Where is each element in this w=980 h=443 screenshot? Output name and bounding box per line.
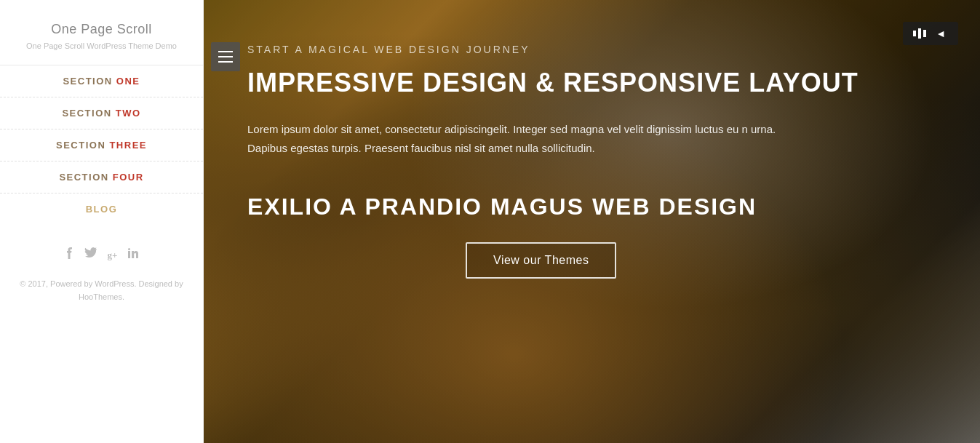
- sidebar-subtitle: One Page Scroll WordPress Theme Demo: [12, 41, 191, 50]
- linkedin-icon[interactable]: [127, 247, 139, 263]
- social-icons: g+: [64, 247, 140, 263]
- googleplus-icon[interactable]: g+: [108, 250, 118, 261]
- sidebar-item-section-three[interactable]: SECTION THREE: [0, 129, 203, 161]
- progress-bar-1: [913, 31, 916, 36]
- sidebar-item-section-four[interactable]: SECTION FOUR: [0, 161, 203, 193]
- sidebar-item-section-two[interactable]: SECTION TWO: [0, 97, 203, 129]
- progress-bar-2: [918, 28, 921, 39]
- media-progress: [913, 28, 926, 39]
- twitter-icon[interactable]: [84, 247, 97, 263]
- svg-rect-0: [128, 251, 130, 258]
- main-content: ◄ START A MAGICAL WEB DESIGN JOURNEY IMP…: [204, 0, 980, 443]
- volume-button[interactable]: ◄: [933, 28, 948, 39]
- sidebar-item-section-one[interactable]: SECTION ONE: [0, 65, 203, 97]
- hero-cta-title: EXILIO A PRANDIO MAGUS WEB DESIGN: [247, 193, 936, 220]
- footer-text: © 2017, Powered by WordPress. Designed b…: [0, 278, 203, 303]
- progress-bar-3: [923, 30, 926, 37]
- hero-subtitle: START A MAGICAL WEB DESIGN JOURNEY: [247, 44, 936, 55]
- hero-title: IMPRESSIVE DESIGN & RESPONSIVE LAYOUT: [247, 67, 936, 98]
- hamburger-line-2: [218, 56, 233, 57]
- svg-point-1: [128, 248, 130, 250]
- menu-toggle-button[interactable]: [211, 42, 240, 71]
- sidebar-item-blog[interactable]: BLOG: [0, 193, 203, 225]
- sidebar: One Page Scroll One Page Scroll WordPres…: [0, 0, 204, 443]
- hamburger-line-1: [218, 51, 233, 52]
- facebook-icon[interactable]: [64, 247, 74, 263]
- sidebar-title: One Page Scroll: [51, 22, 152, 37]
- hero-description: Lorem ipsum dolor sit amet, consectetur …: [247, 120, 815, 157]
- hero-content: START A MAGICAL WEB DESIGN JOURNEY IMPRE…: [204, 0, 980, 308]
- view-themes-button[interactable]: View our Themes: [466, 242, 616, 279]
- hamburger-line-3: [218, 61, 233, 63]
- media-controls: ◄: [903, 22, 958, 45]
